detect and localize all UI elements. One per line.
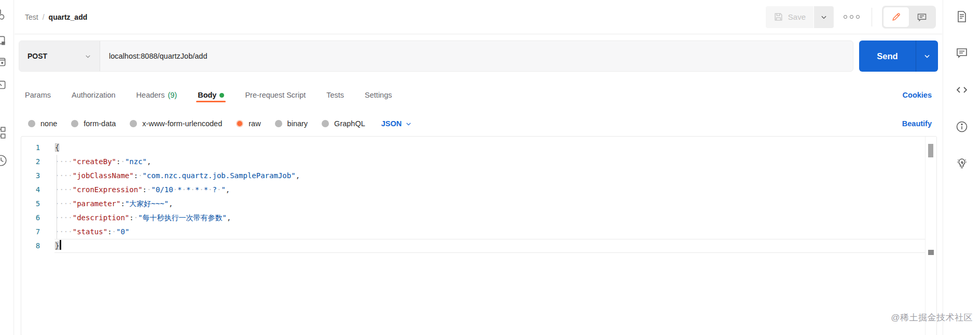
url-input[interactable]: localhost:8088/quartzJob/add [100,41,853,71]
save-dropdown-button[interactable] [814,6,834,28]
indent-guide [57,155,57,239]
radio-selected-icon [236,120,243,127]
mock-servers-icon[interactable] [0,78,7,92]
line-number: 5 [21,197,54,211]
header-actions: Save [766,6,936,29]
save-button[interactable]: Save [766,6,813,28]
main-panel: Test / quartz_add Save [15,0,942,335]
chevron-down-icon [85,53,91,60]
left-sidebar [0,0,14,335]
radio-icon [322,120,329,127]
beautify-link[interactable]: Beautify [902,119,932,128]
chevron-down-icon [820,14,827,21]
code-line-7[interactable]: ····"status":·"0" [54,225,936,239]
more-options-icon [844,15,847,19]
unsaved-changes-dot [219,93,224,98]
tab-body[interactable]: Body [198,84,224,106]
more-options-button[interactable] [841,12,862,22]
code-line-2[interactable]: ····"createBy":·"nzc", [54,155,936,169]
body-type-x-www-form-urlencoded[interactable]: x-www-form-urlencoded [130,119,222,128]
watermark: @稀土掘金技术社区 [891,312,973,324]
line-number: 8 [21,239,54,253]
body-type-row: none form-data x-www-form-urlencoded raw… [15,113,942,134]
save-icon [774,12,783,22]
pencil-icon [891,12,901,22]
body-editor[interactable]: 12345678 {····"createBy":·"nzc",····"job… [21,136,937,335]
code-line-4[interactable]: ····"cronExpression":·"0/10·*·*·*·*·?·", [54,183,936,197]
code-line-3[interactable]: ····"jobClassName":·"com.nzc.quartz.job.… [54,169,936,183]
code-snippet-icon[interactable] [956,84,968,96]
raw-format-select[interactable]: JSON [381,119,412,128]
edit-mode-button[interactable] [884,7,909,27]
save-button-label: Save [788,12,806,21]
chevron-down-icon [923,52,931,60]
editor-gutter: 12345678 [21,137,54,335]
line-number: 4 [21,183,54,197]
line-number: 7 [21,225,54,239]
text-cursor [60,240,61,250]
pull-request-tips-icon[interactable] [956,157,968,170]
editor-scrollbar[interactable] [925,137,936,335]
line-number: 2 [21,155,54,169]
send-group: Send [859,41,938,72]
code-line-6[interactable]: ····"description":·"每十秒执行一次带有参数", [54,211,936,225]
environments-icon[interactable] [0,56,7,69]
chevron-down-icon [405,120,412,127]
comments-icon[interactable] [956,47,968,59]
tab-authorization[interactable]: Authorization [72,84,116,106]
code-line-8[interactable]: } [54,239,936,253]
radio-icon [275,120,282,127]
apis-icon[interactable] [0,34,7,48]
header-divider [872,8,872,26]
line-number: 6 [21,211,54,225]
body-type-binary[interactable]: binary [275,119,308,128]
tab-settings[interactable]: Settings [365,84,392,106]
body-type-graphql[interactable]: GraphQL [322,119,365,128]
tab-pre-request-script[interactable]: Pre-request Script [245,84,306,106]
radio-icon [71,120,78,127]
info-icon[interactable] [956,120,968,133]
cookies-link[interactable]: Cookies [903,91,932,99]
radio-icon [28,120,35,127]
line-number: 1 [21,141,54,155]
radio-icon [130,120,137,127]
breadcrumb-separator: / [43,13,45,21]
body-type-raw[interactable]: raw [236,119,260,128]
breadcrumb-request-name[interactable]: quartz_add [49,13,88,21]
url-value: localhost:8088/quartzJob/add [109,52,207,60]
method-select[interactable]: POST [19,41,100,71]
headers-count: (9) [168,91,177,99]
comments-button[interactable] [909,7,934,27]
breadcrumb: Test / quartz_add [25,13,87,21]
documentation-icon[interactable] [956,10,968,23]
send-button[interactable]: Send [859,41,916,72]
request-url-row: POST localhost:8088/quartzJob/add Send [19,41,938,72]
flows-icon[interactable] [0,126,7,140]
history-icon[interactable] [0,154,7,167]
tab-params[interactable]: Params [25,84,51,106]
overview-cursor-mark [928,250,934,255]
url-bar: POST localhost:8088/quartzJob/add [19,41,853,72]
send-dropdown-button[interactable] [916,41,938,72]
code-line-5[interactable]: ····"parameter":"大家好~~~", [54,197,936,211]
method-value: POST [27,52,47,60]
tab-headers[interactable]: Headers(9) [136,84,177,106]
scrollbar-thumb[interactable] [928,144,933,157]
edit-comment-toggle [882,6,936,29]
comment-icon [917,12,927,22]
body-type-none[interactable]: none [28,119,57,128]
line-number: 3 [21,169,54,183]
body-type-form-data[interactable]: form-data [71,119,116,128]
tab-tests[interactable]: Tests [326,84,344,106]
request-tabs: Params Authorization Headers(9) Body Pre… [15,77,942,113]
request-header: Test / quartz_add Save [15,0,942,34]
right-sidebar [943,0,980,335]
collections-icon[interactable] [0,7,7,20]
code-line-1[interactable]: { [54,141,936,155]
editor-content[interactable]: {····"createBy":·"nzc",····"jobClassName… [54,137,936,335]
breadcrumb-collection[interactable]: Test [25,13,38,21]
app-window: Test / quartz_add Save [0,0,980,335]
save-group: Save [766,6,834,28]
